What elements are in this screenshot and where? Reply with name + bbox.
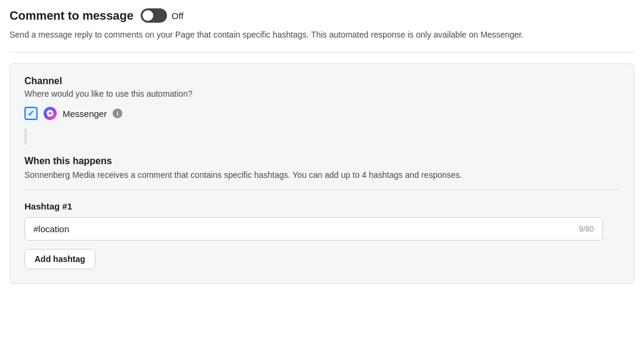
add-hashtag-button[interactable]: Add hashtag xyxy=(24,249,95,269)
when-title: When this happens xyxy=(24,156,620,167)
inner-vertical-divider xyxy=(24,128,27,145)
toggle-switch[interactable] xyxy=(141,8,167,23)
settings-card: Channel Where would you like to use this… xyxy=(10,63,634,284)
messenger-icon xyxy=(44,107,57,120)
checkmark-icon: ✓ xyxy=(27,109,35,118)
toggle-knob xyxy=(143,10,153,21)
when-description: Sonnenberg Media receives a comment that… xyxy=(24,169,620,181)
when-section: When this happens Sonnenberg Media recei… xyxy=(24,156,620,269)
char-count: 9/80 xyxy=(579,224,594,233)
messenger-checkbox[interactable]: ✓ xyxy=(24,107,38,120)
toggle-wrapper: Off xyxy=(141,8,184,23)
messenger-label: Messenger xyxy=(63,109,107,119)
hashtag-input[interactable] xyxy=(33,224,572,234)
channel-subtitle: Where would you like to use this automat… xyxy=(24,89,620,98)
hashtag-input-wrapper: 9/80 xyxy=(24,217,603,241)
when-divider xyxy=(24,190,620,190)
channel-section: Channel Where would you like to use this… xyxy=(24,76,620,120)
messenger-svg xyxy=(46,109,54,118)
toggle-label: Off xyxy=(172,11,184,21)
page-wrapper: Comment to message Off Send a message re… xyxy=(0,0,644,292)
channel-option: ✓ Messenger i xyxy=(24,107,620,120)
hashtag-label: Hashtag #1 xyxy=(24,201,620,211)
info-icon[interactable]: i xyxy=(113,109,122,118)
channel-title: Channel xyxy=(24,76,620,87)
header-section: Comment to message Off xyxy=(10,8,634,23)
header-description: Send a message reply to comments on your… xyxy=(10,29,634,41)
section-divider-top xyxy=(10,52,634,53)
page-title: Comment to message xyxy=(10,9,134,23)
